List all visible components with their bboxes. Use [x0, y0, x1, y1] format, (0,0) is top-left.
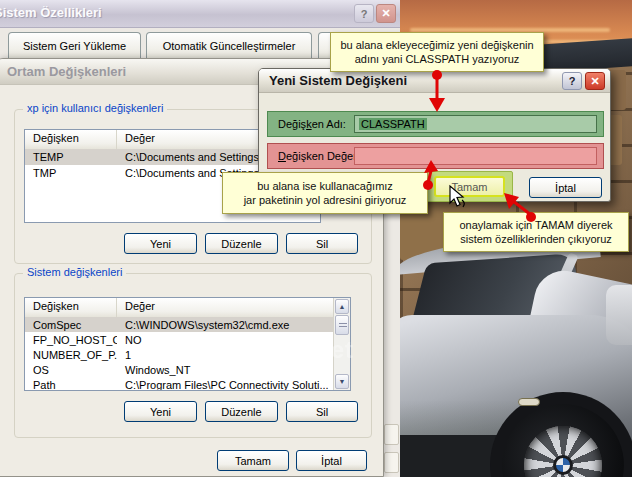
side-marker	[518, 398, 540, 406]
scrollbar[interactable]: ▲ ▼	[333, 298, 350, 390]
var-name: NUMBER_OF_P...	[25, 349, 117, 361]
window-titlebar[interactable]: Sistem Özellikleri ? ✕	[0, 0, 400, 28]
help-icon[interactable]: ?	[562, 72, 582, 90]
system-edit-button[interactable]: Düzenle	[205, 401, 278, 422]
alloy-rim	[524, 426, 602, 477]
bmw-logo	[553, 455, 573, 475]
window-edge-chip	[384, 452, 399, 473]
table-row[interactable]: Path C:\Program Files\PC Connectivity So…	[25, 377, 350, 391]
selected-text: CLASSPATH	[359, 118, 427, 130]
user-delete-button[interactable]: Sil	[286, 233, 358, 254]
scroll-down-icon[interactable]: ▼	[335, 374, 349, 389]
var-name: ComSpec	[25, 319, 117, 331]
table-row[interactable]: NUMBER_OF_P... 1	[25, 347, 350, 362]
help-icon[interactable]: ?	[354, 4, 374, 23]
dialog-title: Ortam Değişkenleri	[7, 64, 126, 79]
variable-value-row: Değişken Değeri:	[267, 143, 604, 169]
variable-name-label: Değişken Adı:	[278, 118, 346, 130]
cancel-button[interactable]: İptal	[296, 450, 367, 471]
var-value: NO	[117, 334, 350, 346]
variable-name-row: Değişken Adı: CLASSPATH	[267, 111, 604, 137]
user-edit-button[interactable]: Düzenle	[205, 233, 278, 254]
column-header[interactable]: Değişken	[25, 298, 117, 317]
cancel-button[interactable]: İptal	[529, 177, 602, 198]
window-title: Sistem Özellikleri	[0, 5, 102, 20]
scroll-up-icon[interactable]: ▲	[335, 299, 349, 314]
var-value: C:\WINDOWS\system32\cmd.exe	[117, 319, 350, 331]
dialog-title: Yeni Sistem Değişkeni	[269, 73, 407, 88]
column-header[interactable]: Değer	[117, 298, 350, 317]
variable-value-field[interactable]	[354, 147, 597, 165]
group-label: xp için kullanıcı değişkenleri	[23, 102, 167, 114]
screen: Sistem Özellikleri ? ✕ Sistem Geri Yükle…	[0, 0, 632, 477]
close-icon[interactable]: ✕	[376, 4, 396, 23]
group-label: Sistem değişkenleri	[23, 266, 126, 278]
ok-button[interactable]: Tamam	[434, 176, 505, 197]
table-row[interactable]: ComSpec C:\WINDOWS\system32\cmd.exe	[25, 317, 350, 332]
system-variables-table[interactable]: Değişken Değer ComSpec C:\WINDOWS\system…	[24, 297, 351, 391]
system-new-button[interactable]: Yeni	[124, 401, 197, 422]
window-edge-chip	[384, 424, 399, 445]
variable-value-label: Değişken Değeri:	[278, 150, 362, 162]
car-headlight	[606, 285, 632, 345]
var-value: C:\Program Files\PC Connectivity Soluti.…	[117, 379, 350, 391]
annotation-confirm: onaylamak için TAMAM diyereksistem özell…	[443, 212, 629, 252]
tab-label: Sistem Geri Yükleme	[23, 40, 126, 52]
var-value: 1	[117, 349, 350, 361]
var-value: Windows_NT	[117, 364, 350, 376]
close-icon[interactable]: ✕	[585, 72, 605, 90]
system-delete-button[interactable]: Sil	[286, 401, 358, 422]
column-header[interactable]: Değişken	[25, 130, 117, 149]
tab-sistem-geri-yukleme[interactable]: Sistem Geri Yükleme	[8, 32, 141, 59]
annotation-jar-path: bu alana ise kullanacağımızjar paketinin…	[222, 172, 428, 214]
var-name: FP_NO_HOST_C...	[25, 334, 117, 346]
thumb-grip	[339, 323, 347, 329]
scrollbar-thumb[interactable]	[335, 315, 349, 335]
tab-label: Otomatik Güncelleştirmeler	[163, 40, 296, 52]
var-name: OS	[25, 364, 117, 376]
table-header: Değişken Değer	[25, 298, 350, 317]
var-name: TEMP	[25, 151, 117, 163]
variable-name-field[interactable]: CLASSPATH	[354, 115, 597, 133]
ok-button[interactable]: Tamam	[217, 450, 289, 471]
table-row[interactable]: OS Windows_NT	[25, 362, 350, 377]
table-row[interactable]: FP_NO_HOST_C... NO	[25, 332, 350, 347]
var-name: Path	[25, 379, 117, 391]
var-name: TMP	[25, 167, 117, 179]
dialog-titlebar[interactable]: Yeni Sistem Değişkeni ? ✕	[259, 69, 610, 93]
tab-otomatik-guncellestirmeler[interactable]: Otomatik Güncelleştirmeler	[146, 32, 312, 59]
annotation-classpath: bu alana ekleyeceğimiz yeni değişkeninad…	[330, 32, 544, 72]
user-new-button[interactable]: Yeni	[124, 233, 197, 254]
ok-button-highlight: Tamam	[425, 171, 513, 202]
